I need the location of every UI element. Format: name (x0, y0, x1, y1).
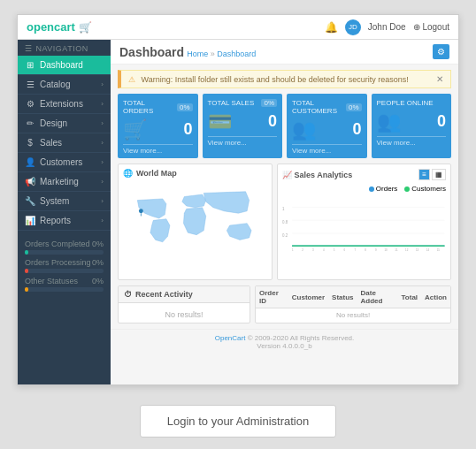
footer-version: Version 4.0.0.0_b (257, 342, 311, 350)
orders-no-results-row: No results! (256, 308, 450, 323)
system-icon: 🔧 (25, 196, 35, 206)
customers-card-icon: 👥 (292, 118, 316, 141)
world-map-svg (123, 182, 267, 262)
sidebar-item-marketing[interactable]: 📢 Marketing › (18, 172, 111, 192)
svg-point-0 (139, 209, 143, 213)
orders-no-results: No results! (256, 308, 450, 323)
widget-value-other: 0% (92, 277, 104, 285)
orders-table-header: Order ID Customer Status Date Added Tota… (256, 286, 450, 308)
chart-view-buttons: ≡ ▦ (418, 169, 446, 180)
widget-fill-processing (25, 269, 28, 273)
stat-badge-orders: 0% (177, 103, 193, 111)
chevron-right-icon: › (101, 178, 104, 186)
online-icon: 👥 (377, 110, 401, 133)
login-button[interactable]: Login to your Administration (140, 405, 336, 438)
extensions-icon: ⚙ (25, 99, 35, 109)
chevron-right-icon: › (101, 197, 104, 205)
sales-view-more[interactable]: View more... (208, 136, 278, 147)
line-chart-svg: 1 0.8 0.2 (282, 195, 446, 262)
chevron-right-icon: › (101, 100, 104, 108)
sidebar-item-customers[interactable]: 👤 Customers › (18, 153, 111, 172)
map-title: World Map (136, 169, 177, 178)
svg-text:8: 8 (365, 248, 366, 252)
main-layout: ☰ NAVIGATION ⊞ Dashboard ☰ Catalog › (18, 40, 458, 384)
legend-orders-dot (369, 186, 374, 192)
chevron-right-icon: › (101, 80, 104, 88)
breadcrumb-home[interactable]: Home (187, 49, 208, 58)
chart-view-btn-2[interactable]: ▦ (432, 169, 446, 180)
online-view-more[interactable]: View more... (377, 136, 447, 147)
stat-badge-customers: 0% (346, 103, 362, 111)
notification-bell-icon[interactable]: 🔔 (325, 21, 338, 34)
analytics-title: Sales Analytics (295, 171, 353, 179)
customers-view-more[interactable]: View more... (292, 144, 362, 155)
svg-text:4: 4 (323, 248, 325, 252)
col-date-added: Date Added (357, 286, 398, 308)
warning-bar: ⚠ Warning: Install folder still exists a… (118, 70, 451, 88)
col-customer: Customer (288, 286, 328, 308)
recent-activity-panel: ⏱ Recent Activity No results! (118, 285, 250, 323)
recent-activity-title: Recent Activity (135, 290, 193, 299)
recent-no-results: No results! (165, 310, 203, 319)
sidebar-widgets: Orders Completed 0% Orders Processing 0% (18, 234, 111, 301)
user-name: John Doe (368, 22, 406, 32)
svg-text:15: 15 (437, 248, 441, 252)
sidebar-item-sales[interactable]: $ Sales › (18, 133, 111, 153)
stat-card-orders: TOTAL ORDERS 0% 🛒 0 View more... (118, 94, 198, 158)
svg-text:13: 13 (416, 248, 419, 252)
sidebar-item-design[interactable]: ✏ Design › (18, 114, 111, 133)
stat-value-online: 0 (437, 112, 446, 132)
sidebar: ☰ NAVIGATION ⊞ Dashboard ☰ Catalog › (18, 40, 111, 384)
stat-value-customers: 0 (352, 120, 361, 140)
chart-icon: 📈 (282, 171, 292, 179)
top-right-area: 🔔 JD John Doe ⊕ Logout (325, 19, 449, 35)
widget-bar-processing (25, 269, 104, 273)
sidebar-item-dashboard[interactable]: ⊞ Dashboard (18, 56, 111, 75)
sidebar-item-catalog[interactable]: ☰ Catalog › (18, 75, 111, 95)
col-total: Total (398, 286, 422, 308)
legend-customers-dot (404, 186, 410, 192)
widget-label-processing: Orders Processing (25, 258, 91, 267)
svg-text:3: 3 (312, 248, 314, 252)
svg-text:7: 7 (354, 248, 356, 252)
marketing-icon: 📢 (25, 177, 35, 186)
sidebar-item-system[interactable]: 🔧 System › (18, 192, 111, 211)
widget-value-processing: 0% (92, 258, 104, 267)
orders-view-more[interactable]: View more... (123, 144, 193, 155)
sales-card-icon: 💳 (208, 110, 232, 133)
settings-button[interactable]: ⚙ (433, 44, 449, 59)
svg-text:12: 12 (405, 248, 409, 252)
reports-icon: 📊 (25, 216, 35, 225)
stat-label-orders: TOTAL ORDERS (123, 99, 177, 115)
sidebar-item-extensions[interactable]: ⚙ Extensions › (18, 95, 111, 114)
dash-title-area: Dashboard Home » Dashboard (119, 45, 256, 59)
sales-icon: $ (25, 138, 35, 148)
widget-fill-other (25, 287, 28, 292)
activity-icon: ⏱ (124, 290, 132, 299)
logo: opencart 🛒 (27, 20, 92, 34)
stat-label-customers: TOTAL CUSTOMERS (292, 99, 346, 115)
page-footer: OpenCart © 2009-2020 All Rights Reserved… (111, 329, 458, 354)
warning-close-icon[interactable]: ✕ (436, 74, 443, 84)
nav-label: ☰ NAVIGATION (18, 40, 111, 56)
analytics-chart: 1 0.8 0.2 (282, 195, 446, 275)
svg-text:1: 1 (282, 207, 285, 211)
logo-text: opencart (27, 20, 75, 34)
widget-bar-completed (25, 250, 104, 255)
svg-text:0.8: 0.8 (282, 220, 288, 224)
logout-link[interactable]: ⊕ Logout (413, 22, 449, 32)
stat-badge-sales: 0% (261, 99, 277, 107)
chevron-right-icon: › (101, 119, 104, 127)
footer-link[interactable]: OpenCart (215, 334, 246, 342)
stat-label-online: PEOPLE ONLINE (377, 99, 434, 107)
svg-text:6: 6 (344, 248, 346, 252)
warning-icon: ⚠ (128, 75, 135, 84)
chart-view-btn-1[interactable]: ≡ (418, 169, 430, 180)
main-content: Dashboard Home » Dashboard ⚙ ⚠ Warning: … (111, 40, 458, 384)
sidebar-item-reports[interactable]: 📊 Reports › (18, 211, 111, 231)
top-bar: opencart 🛒 🔔 JD John Doe ⊕ Logout (18, 15, 458, 40)
svg-text:9: 9 (375, 248, 377, 252)
catalog-icon: ☰ (25, 80, 35, 89)
bottom-row: ⏱ Recent Activity No results! Order ID (111, 280, 458, 329)
hamburger-icon: ☰ (25, 44, 33, 53)
